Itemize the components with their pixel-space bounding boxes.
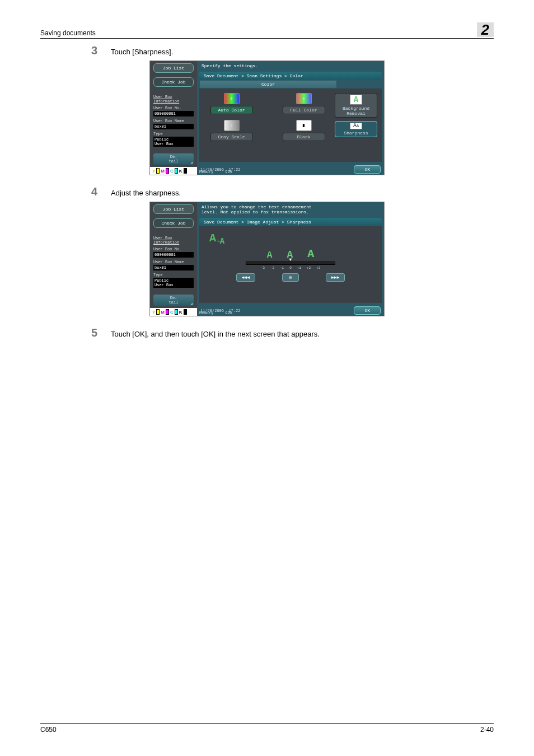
- user-box-name-value: box01: [153, 265, 194, 270]
- breadcrumb: Save Document > Image Adjust > Sharpness: [199, 218, 382, 226]
- step-text: Touch [Sharpness].: [111, 48, 173, 56]
- gray-scale-label: Gray Scale: [210, 133, 253, 141]
- sharpness-preview-icon: A ↳A: [209, 233, 377, 244]
- step-3: 3 Touch [Sharpness].: [40, 44, 494, 57]
- step-number: 3: [84, 44, 97, 57]
- info-title: User Box Information: [153, 95, 194, 104]
- memory-label: Memory: [199, 311, 213, 315]
- sharpness-decrease-button[interactable]: ◄◄◄: [236, 273, 255, 282]
- info-title: User Box Information: [153, 236, 194, 245]
- type-value: Public User Box: [153, 278, 194, 288]
- screenshot-sharpness-adjust: Job List Check Job User Box Information …: [149, 202, 385, 316]
- step-text: Touch [OK], and then touch [OK] in the n…: [111, 330, 320, 338]
- job-list-button[interactable]: Job List: [153, 204, 194, 214]
- type-label: Type: [153, 132, 194, 136]
- user-box-name-label: User Box Name: [153, 119, 194, 123]
- breadcrumb: Save Document > Scan Settings > Color: [199, 72, 382, 80]
- full-color-label: Full Color: [283, 106, 325, 114]
- detail-button[interactable]: De- tail: [153, 153, 194, 165]
- step-4: 4 Adjust the sharpness.: [40, 185, 494, 198]
- user-box-no-label: User Box No.: [153, 106, 194, 110]
- auto-color-icon: ∎: [224, 93, 240, 104]
- memory-value: 99%: [225, 170, 232, 174]
- sharpness-icon: AA: [350, 123, 362, 129]
- toner-indicator: Y M C K: [150, 167, 197, 175]
- page-number: 2-40: [480, 726, 494, 734]
- auto-color-label: Auto Color: [210, 106, 253, 114]
- full-color-option[interactable]: ∎ Full Color: [276, 93, 331, 114]
- step-number: 5: [84, 326, 97, 339]
- black-option[interactable]: ∎ Black: [276, 120, 331, 141]
- gray-scale-option[interactable]: ∎ Gray Scale: [204, 120, 259, 141]
- tab-color[interactable]: Color: [199, 80, 337, 88]
- type-label: Type: [153, 273, 194, 277]
- sharpness-track: [246, 262, 335, 265]
- black-icon: ∎: [296, 120, 312, 131]
- sharpness-increase-button[interactable]: ►►►: [326, 273, 345, 282]
- step-5: 5 Touch [OK], and then touch [OK] in the…: [40, 326, 494, 339]
- gray-scale-icon: ∎: [224, 120, 240, 131]
- check-job-button[interactable]: Check Job: [153, 77, 194, 87]
- background-removal-button[interactable]: A Background Removal: [335, 93, 377, 118]
- detail-button[interactable]: De- tail: [153, 295, 194, 306]
- type-value: Public User Box: [153, 137, 194, 147]
- user-box-info: User Box Information User Box No. 000000…: [150, 92, 197, 151]
- a-icon: A: [350, 95, 362, 105]
- model-name: C650: [40, 726, 57, 734]
- memory-value: 99%: [225, 311, 232, 315]
- chapter-number: 2: [477, 22, 494, 37]
- memory-label: Memory: [199, 170, 213, 174]
- page-footer: C650 2-40: [40, 723, 494, 734]
- check-job-button[interactable]: Check Job: [153, 218, 194, 228]
- full-color-icon: ∎: [296, 93, 312, 104]
- screen-heading: Specify the settings.: [197, 61, 384, 71]
- background-removal-label: Background Removal: [343, 106, 369, 116]
- section-title: Saving documents: [40, 29, 96, 37]
- black-label: Black: [283, 133, 325, 141]
- screen-heading: Allows you to change the text enhancemen…: [197, 202, 384, 217]
- step-text: Adjust the sharpness.: [111, 189, 181, 197]
- user-box-no-label: User Box No.: [153, 247, 194, 251]
- sharpness-value-button[interactable]: 0: [282, 273, 299, 282]
- running-head: Saving documents 2: [40, 22, 494, 39]
- auto-color-option[interactable]: ∎ Auto Color: [204, 93, 259, 114]
- user-box-name-label: User Box Name: [153, 260, 194, 264]
- sharpness-ticks: -3 -2 -1 0 +1 +2 +3: [261, 266, 321, 270]
- sharpness-button[interactable]: AA Sharpness: [335, 121, 377, 137]
- sharpness-label: Sharpness: [344, 130, 368, 136]
- toner-indicator: Y M C K: [150, 308, 197, 316]
- step-number: 4: [84, 185, 97, 198]
- ok-button[interactable]: OK: [354, 165, 381, 174]
- screenshot-color-settings: Job List Check Job User Box Information …: [149, 60, 385, 175]
- user-box-no-value: 000000001: [153, 252, 194, 258]
- ok-button[interactable]: OK: [354, 306, 381, 315]
- user-box-name-value: box01: [153, 124, 194, 129]
- user-box-info: User Box Information User Box No. 000000…: [150, 234, 197, 292]
- user-box-no-value: 000000001: [153, 111, 194, 116]
- job-list-button[interactable]: Job List: [153, 63, 194, 73]
